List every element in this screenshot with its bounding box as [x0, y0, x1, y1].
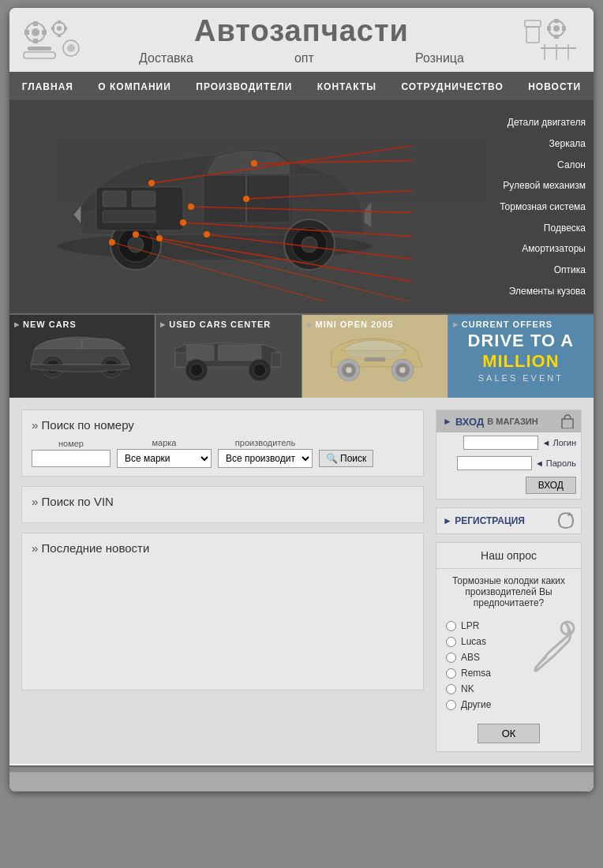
poll-label-lpr: LPR	[461, 620, 479, 631]
svg-rect-10	[51, 27, 54, 30]
poll-question: Тормозные колодки каких производителей В…	[436, 569, 581, 615]
header-logo-right	[515, 14, 586, 65]
label-body[interactable]: Элементы кузова	[448, 286, 594, 297]
header-center: Автозапчасти Доставка опт Розница	[88, 14, 515, 65]
svg-point-52	[188, 204, 194, 210]
password-label: ◄ Пароль	[535, 458, 576, 468]
used-car-svg	[169, 329, 287, 384]
registration-box[interactable]: ► РЕГИСТРАЦИЯ	[436, 507, 582, 534]
label-brakes[interactable]: Тормозная система	[448, 201, 594, 212]
svg-point-55	[156, 235, 163, 241]
new-cars-title: NEW CARS	[14, 320, 77, 329]
svg-point-50	[251, 160, 257, 166]
svg-point-67	[190, 364, 203, 376]
brand-select[interactable]: Все марки	[117, 449, 212, 468]
delivery-label: Доставка	[139, 51, 193, 65]
label-suspension[interactable]: Подвеска	[448, 223, 594, 234]
svg-rect-11	[64, 27, 67, 30]
svg-rect-64	[175, 353, 187, 367]
label-mirrors[interactable]: Зеркала	[448, 138, 594, 149]
offers-sales: SALES EVENT	[455, 373, 587, 383]
svg-point-49	[148, 180, 155, 186]
offers-million: MILLION	[482, 351, 559, 371]
offers-text: DRIVE TO A MILLION SALES EVENT	[448, 324, 594, 389]
card-new-cars[interactable]: NEW CARS	[9, 315, 155, 398]
news-title: Последние новости	[32, 541, 414, 555]
poll-radio-remsa[interactable]	[446, 668, 456, 679]
search-icon: 🔍	[326, 453, 338, 464]
search-by-vin: Поиск по VIN	[21, 486, 424, 523]
main-nav: ГЛАВНАЯ О КОМПАНИИ ПРОИЗВОДИТЕЛИ КОНТАКТ…	[9, 73, 594, 100]
svg-rect-4	[24, 30, 29, 35]
retail-label: Розница	[415, 51, 464, 65]
poll-radio-lucas[interactable]	[446, 637, 456, 647]
producer-field-group: производитель Все производители	[218, 438, 313, 468]
svg-rect-23	[562, 26, 566, 31]
offers-title: CURRENT OFFERS	[453, 320, 552, 329]
poll-title: Наш опрос	[436, 543, 581, 569]
site-header: Автозапчасти Доставка опт Розница	[9, 8, 594, 73]
label-engine[interactable]: Детали двигателя	[448, 117, 594, 128]
wholesale-label: опт	[294, 51, 314, 65]
svg-point-53	[180, 219, 186, 226]
login-button[interactable]: ВХОД	[526, 477, 576, 494]
svg-point-51	[243, 196, 249, 202]
nav-news[interactable]: НОВОСТИ	[516, 73, 593, 100]
svg-point-15	[67, 44, 75, 52]
label-shocks[interactable]: Амортизаторы	[448, 243, 594, 254]
car-image	[25, 108, 420, 305]
card-used-cars[interactable]: USED CARS CENTER	[155, 315, 302, 398]
svg-rect-63	[218, 345, 261, 361]
parts-icon-right	[517, 17, 584, 64]
brand-label: марка	[152, 438, 177, 447]
svg-rect-12	[28, 47, 51, 51]
main-left: Поиск по номеру номер марка Все марки пр…	[21, 410, 436, 752]
used-cars-title: USED CARS CENTER	[160, 320, 271, 329]
svg-rect-37	[132, 191, 155, 207]
main-content: Поиск по номеру номер марка Все марки пр…	[9, 398, 594, 764]
svg-rect-5	[42, 30, 47, 35]
label-steering[interactable]: Рулевой механизм	[448, 180, 594, 191]
producer-select[interactable]: Все производители	[218, 449, 313, 468]
poll-radio-lpr[interactable]	[446, 621, 456, 631]
svg-point-34	[302, 237, 317, 253]
nav-producers[interactable]: ПРОИЗВОДИТЕЛИ	[184, 73, 304, 100]
label-salon[interactable]: Салон	[448, 159, 594, 170]
svg-point-56	[133, 231, 139, 238]
svg-rect-20	[554, 19, 559, 23]
svg-point-1	[32, 28, 39, 36]
registration-label: ► РЕГИСТРАЦИЯ	[443, 515, 525, 526]
producer-label: производитель	[235, 438, 295, 447]
card-mini[interactable]: MINI OPEN 2005	[302, 315, 448, 398]
card-current-offers[interactable]: CURRENT OFFERS DRIVE TO A MILLION SALES …	[448, 315, 594, 398]
svg-rect-21	[554, 35, 559, 39]
password-input[interactable]	[457, 456, 532, 470]
mini-car-svg	[316, 329, 434, 384]
poll-label-abs: ABS	[461, 652, 480, 663]
nav-home[interactable]: ГЛАВНАЯ	[10, 73, 85, 100]
cards-row: NEW CARS USED CARS CE	[9, 313, 594, 398]
nav-contacts[interactable]: КОНТАКТЫ	[305, 73, 388, 100]
login-input[interactable]	[463, 436, 538, 450]
poll-radio-other[interactable]	[446, 700, 456, 710]
svg-rect-77	[365, 357, 385, 361]
login-header: ► ВХОД В МАГАЗИН	[436, 410, 581, 432]
poll-radio-abs[interactable]	[446, 653, 456, 663]
poll-submit-button[interactable]: ОК	[478, 724, 541, 743]
search-button[interactable]: 🔍 Поиск	[319, 450, 373, 467]
login-arrow: ►	[443, 416, 452, 427]
poll-label-remsa: Remsa	[461, 668, 491, 679]
brand-field-group: марка Все марки	[117, 438, 212, 468]
refresh-icon	[557, 512, 575, 529]
label-optics[interactable]: Оптика	[448, 264, 594, 275]
svg-point-57	[109, 239, 115, 245]
poll-box: Наш опрос Тормозные колодки каких произв…	[436, 542, 582, 752]
poll-submit-row: ОК	[436, 716, 581, 751]
header-logo-left	[17, 14, 88, 65]
nav-about[interactable]: О КОМПАНИИ	[86, 73, 183, 100]
header-subtitle: Доставка опт Розница	[88, 51, 515, 65]
parts-icon-left	[20, 17, 87, 64]
poll-radio-nk[interactable]	[446, 684, 456, 694]
number-input[interactable]	[32, 450, 110, 467]
nav-cooperation[interactable]: СОТРУДНИЧЕСТВО	[389, 73, 515, 100]
